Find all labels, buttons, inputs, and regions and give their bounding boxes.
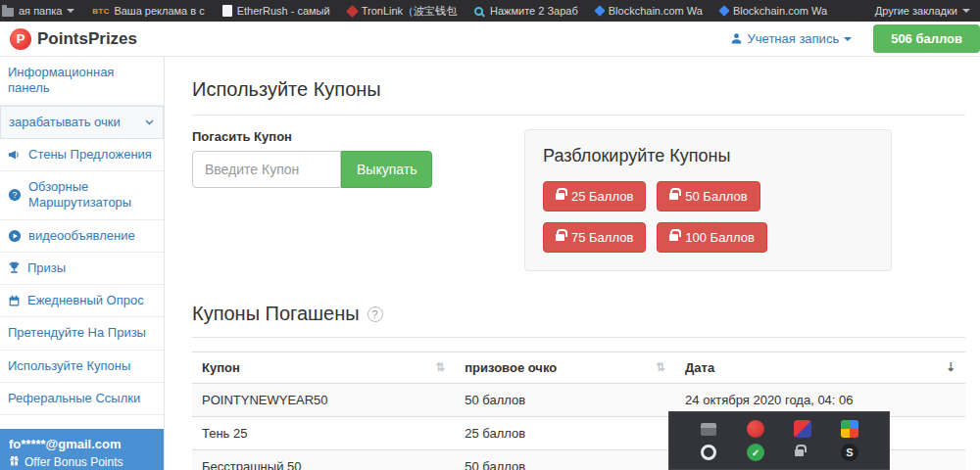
- column-label: Дата: [685, 360, 714, 375]
- caret-down-icon: [67, 9, 74, 13]
- account-menu[interactable]: Учетная запись: [730, 31, 853, 46]
- sidebar-item-label: Стены Предложения: [28, 147, 152, 163]
- account-note: Offer Bonus Points: [24, 455, 123, 469]
- lock-icon: [669, 234, 678, 241]
- chevron-down-icon: [144, 117, 155, 127]
- play-circle-icon: [8, 229, 22, 243]
- bookmark-label: EtherRush - самый: [237, 5, 330, 17]
- question-circle-icon: ?: [8, 188, 22, 202]
- sidebar-item-label: Претендуйте На Призы: [8, 325, 146, 341]
- site-header: P PointsPrizes Учетная запись 506 баллов: [0, 22, 980, 57]
- other-bookmarks-button[interactable]: Другие закладки: [875, 5, 970, 17]
- cell-points: 25 баллов: [455, 417, 675, 450]
- megaphone-icon: [8, 148, 22, 162]
- sidebar-item-daily-poll[interactable]: Ежедневный Опрос: [0, 285, 164, 317]
- bookmark-label: Ваша реклама в с: [114, 5, 204, 17]
- brand-name[interactable]: PointsPrizes: [37, 29, 137, 49]
- bookmark-label: ая папка: [19, 5, 62, 17]
- sidebar-item-video-ads[interactable]: видеообъявление: [0, 220, 164, 253]
- unlock-panel: Разблокируйте Купоны 25 Баллов 50 Баллов: [524, 129, 892, 271]
- sidebar-item-referral-links[interactable]: Реферальные Ссылки: [0, 383, 164, 415]
- unlock-25-button[interactable]: 25 Баллов: [543, 181, 646, 212]
- sidebar-account-gmail[interactable]: fo*****@gmail.com Offer Bonus Points: [0, 429, 164, 470]
- unlock-75-button[interactable]: 75 Баллов: [543, 222, 646, 253]
- btc-icon: BTC: [92, 7, 109, 16]
- bookmark-label: TronLink（波宝钱包: [362, 4, 457, 19]
- lock-icon: [795, 449, 804, 456]
- sidebar-item-claim-prizes[interactable]: Претендуйте На Призы: [0, 317, 164, 350]
- blockchain-icon: [718, 5, 729, 16]
- sidebar-item-survey-routers[interactable]: ? Обзорные Маршрутизаторы: [0, 171, 164, 220]
- s-app-icon[interactable]: S: [841, 444, 858, 461]
- sidebar: Информационная панель зарабатывать очки …: [0, 57, 165, 470]
- sidebar-item-label: видеообъявление: [28, 228, 135, 244]
- sidebar-item-use-coupons[interactable]: Используйте Купоны: [0, 351, 164, 383]
- unlock-title: Разблокируйте Купоны: [543, 146, 873, 166]
- cell-coupon: POINTYNEWYEAR50: [192, 384, 455, 417]
- red-app-icon[interactable]: [747, 420, 764, 438]
- sidebar-item-label: Используйте Купоны: [8, 358, 130, 374]
- document-icon: [222, 5, 232, 17]
- column-header-points[interactable]: призовое очко ⇅: [455, 352, 675, 384]
- sidebar-item-label: зарабатывать очки: [9, 115, 121, 130]
- cell-coupon: Бесстрашный 50: [192, 450, 455, 470]
- unlock-100-button[interactable]: 100 Баллов: [657, 222, 767, 253]
- column-label: призовое очко: [465, 360, 557, 375]
- lock-icon: [669, 193, 678, 200]
- bookmark-folder[interactable]: ая папка: [2, 5, 74, 17]
- sort-icon[interactable]: ⇅: [435, 360, 445, 374]
- redeem-button[interactable]: Выкупать: [341, 151, 432, 188]
- bookmark-label: Blockchain.com Wa: [733, 5, 827, 17]
- person-icon: [730, 32, 743, 45]
- unlock-button-label: 100 Баллов: [685, 230, 755, 245]
- bookmarks-bar: ая папка BTC Ваша реклама в с EtherRush …: [0, 0, 980, 22]
- column-label: Купон: [202, 360, 240, 375]
- blockchain-icon: [594, 5, 605, 16]
- brand-logo-icon: P: [10, 28, 31, 50]
- tronlink-icon: [346, 5, 359, 18]
- coupon-input[interactable]: [192, 151, 341, 188]
- cell-coupon: Тень 25: [192, 417, 455, 450]
- main-content: Используйте Купоны Погасить Купон Выкупа…: [165, 57, 980, 470]
- bookmark-etherrush[interactable]: EtherRush - самый: [222, 5, 330, 17]
- sort-desc-icon[interactable]: ⇣: [946, 360, 956, 374]
- ring-app-icon[interactable]: [701, 445, 716, 460]
- system-tray-popup: ✓ S: [668, 411, 890, 470]
- column-header-coupon[interactable]: Купон ⇅: [192, 352, 455, 384]
- lock-icon: [556, 193, 564, 200]
- sidebar-item-prizes[interactable]: Призы: [0, 253, 164, 285]
- bookmark-btc-ad[interactable]: BTC Ваша реклама в с: [92, 5, 204, 17]
- page-title: Используйте Купоны: [192, 78, 965, 101]
- bookmark-label: Blockchain.com Wa: [609, 5, 703, 17]
- history-title: Купоны Погашены: [192, 303, 360, 325]
- unlock-button-label: 25 Баллов: [571, 189, 633, 204]
- sidebar-item-label: Реферальные Ссылки: [8, 391, 140, 406]
- bookmark-blockchain-1[interactable]: Blockchain.com Wa: [596, 5, 703, 17]
- sidebar-item-offer-walls[interactable]: Стены Предложения: [0, 139, 164, 171]
- account-label: Учетная запись: [748, 31, 840, 46]
- folder-icon: [2, 8, 14, 17]
- caret-down-icon: [962, 9, 970, 13]
- help-icon[interactable]: ?: [368, 306, 383, 322]
- sidebar-item-label: Ежедневный Опрос: [27, 293, 144, 308]
- lock-app-icon[interactable]: [794, 444, 811, 461]
- caret-down-icon: [844, 37, 852, 41]
- bookmark-click-earn[interactable]: Нажмите 2 Зараб: [474, 5, 578, 17]
- sidebar-item-earn-points[interactable]: зарабатывать очки: [0, 106, 164, 139]
- search-icon: [474, 7, 483, 16]
- printer-icon[interactable]: [701, 423, 716, 436]
- bookmark-blockchain-2[interactable]: Blockchain.com Wa: [720, 5, 827, 17]
- gift-icon: [9, 455, 20, 469]
- bookmark-tronlink[interactable]: TronLink（波宝钱包: [348, 4, 457, 19]
- account-email: fo*****@gmail.com: [9, 437, 155, 451]
- sidebar-item-label: Информационная панель: [8, 65, 156, 97]
- sidebar-item-dashboard[interactable]: Информационная панель: [0, 57, 164, 106]
- check-app-icon[interactable]: ✓: [747, 444, 764, 461]
- red-blue-app-icon[interactable]: [794, 420, 811, 438]
- sidebar-item-label: Обзорные Маршрутизаторы: [28, 179, 156, 212]
- column-header-date[interactable]: Дата ⇣: [675, 352, 965, 384]
- sort-icon[interactable]: ⇅: [656, 360, 665, 374]
- other-bookmarks-label: Другие закладки: [875, 5, 957, 17]
- multicolor-app-icon[interactable]: [841, 420, 858, 438]
- unlock-50-button[interactable]: 50 Баллов: [657, 181, 760, 212]
